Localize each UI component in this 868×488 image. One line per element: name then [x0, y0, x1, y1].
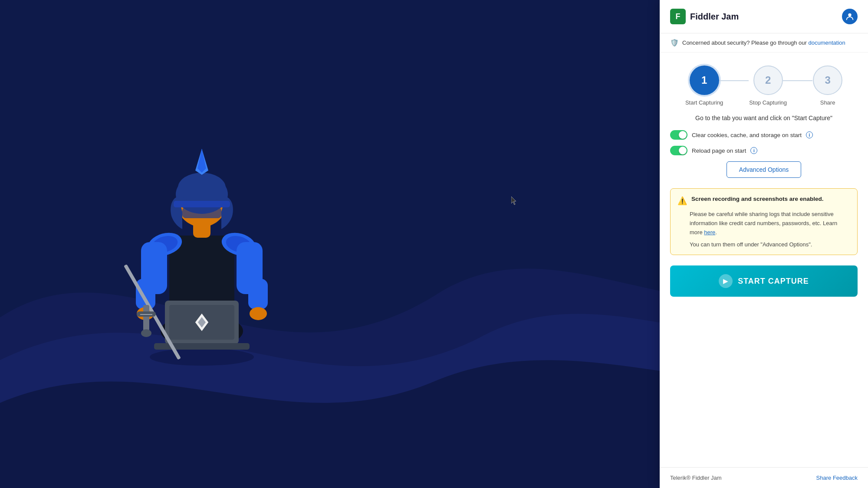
advanced-options-button[interactable]: Advanced Options — [727, 161, 801, 178]
fiddler-logo: F — [670, 9, 686, 24]
svg-point-35 — [141, 329, 151, 337]
svg-rect-30 — [174, 201, 230, 207]
instruction-text: Go to the tab you want and click on "Sta… — [670, 115, 858, 121]
step-2: 2 Stop Capturing — [749, 66, 787, 106]
steps-container: 1 Start Capturing 2 Stop Capturing 3 Sha… — [660, 52, 868, 115]
warning-note: You can turn them off under "Advanced Op… — [677, 241, 850, 248]
panel-footer: Telerik® Fiddler Jam Share Feedback — [660, 467, 868, 488]
svg-point-27 — [178, 173, 226, 203]
svg-rect-9 — [136, 279, 155, 309]
warning-title: Screen recording and screenshots are ena… — [691, 196, 824, 202]
svg-point-0 — [150, 348, 254, 366]
warning-triangle-icon: ⚠️ — [677, 196, 687, 206]
start-capture-button[interactable]: ▶ START CAPTURE — [670, 265, 858, 297]
warning-box: ⚠️ Screen recording and screenshots are … — [670, 188, 858, 255]
step-3-circle: 3 — [813, 66, 842, 95]
clear-cookies-info-icon[interactable]: i — [806, 131, 813, 138]
panel-content: Go to the tab you want and click on "Sta… — [660, 115, 868, 467]
reload-page-toggle[interactable] — [670, 146, 687, 155]
step-2-circle: 2 — [753, 66, 783, 95]
reload-page-label: Reload page on start — [692, 147, 746, 154]
share-feedback-link[interactable]: Share Feedback — [816, 475, 858, 481]
start-capture-label: START CAPTURE — [738, 277, 809, 286]
svg-point-13 — [250, 307, 267, 320]
step-connector-2 — [787, 66, 813, 106]
warning-here-link[interactable]: here — [704, 229, 715, 236]
step-1-label: Start Capturing — [685, 99, 723, 106]
main-panel: F Fiddler Jam 🛡️ Concerned about securit… — [660, 0, 868, 488]
clear-cookies-label: Clear cookies, cache, and storage on sta… — [692, 132, 802, 138]
warning-body: Please be careful while sharing logs tha… — [677, 210, 850, 237]
svg-point-37 — [848, 13, 851, 16]
play-icon: ▶ — [719, 274, 733, 288]
clear-cookies-toggle[interactable] — [670, 130, 687, 140]
step-connector-1 — [723, 66, 749, 106]
clear-cookies-toggle-row: Clear cookies, cache, and storage on sta… — [670, 130, 858, 140]
security-banner: 🛡️ Concerned about security? Please go t… — [660, 33, 868, 52]
samurai-illustration — [0, 0, 404, 488]
warning-header: ⚠️ Screen recording and screenshots are … — [677, 196, 850, 206]
step-1: 1 Start Capturing — [685, 66, 723, 106]
svg-rect-31 — [182, 207, 221, 218]
shield-warning-icon: 🛡️ — [670, 39, 679, 47]
step-3-label: Share — [820, 99, 835, 106]
svg-rect-33 — [143, 305, 149, 331]
step-2-label: Stop Capturing — [749, 99, 787, 106]
reload-page-info-icon[interactable]: i — [750, 147, 757, 154]
reload-page-toggle-row: Reload page on start i — [670, 146, 858, 155]
svg-rect-20 — [154, 343, 250, 350]
panel-title: Fiddler Jam — [690, 12, 739, 22]
step-1-circle: 1 — [690, 66, 719, 95]
header-left: F Fiddler Jam — [670, 9, 739, 24]
documentation-link[interactable]: documentation — [809, 39, 845, 46]
step-3: 3 Share — [813, 66, 842, 106]
panel-header: F Fiddler Jam — [660, 0, 868, 33]
security-text: Concerned about security? Please go thro… — [682, 39, 845, 46]
svg-rect-12 — [248, 279, 268, 309]
brand-label: Telerik® Fiddler Jam — [670, 475, 722, 481]
user-account-icon[interactable] — [842, 9, 858, 24]
